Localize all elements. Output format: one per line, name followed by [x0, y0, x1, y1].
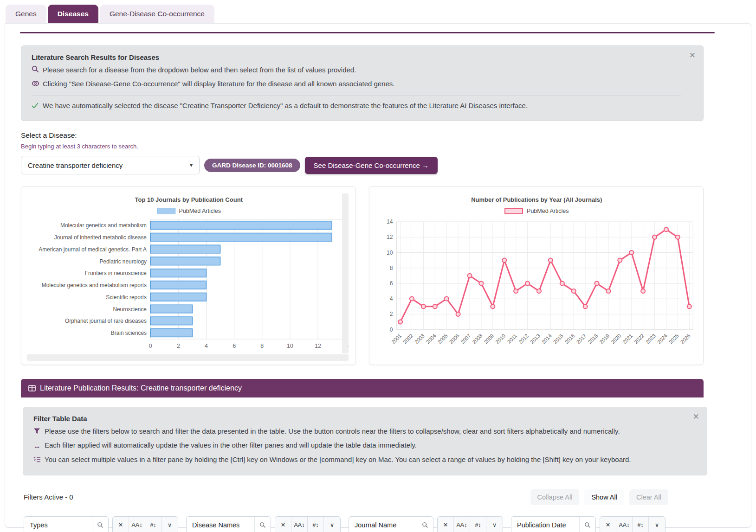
gard-disease-id-badge: GARD Disease ID: 0001608 [204, 159, 300, 172]
see-disease-gene-cooccurrence-button[interactable]: See Disease-Gene Co-occurrence → [305, 157, 438, 174]
svg-text:2003: 2003 [413, 333, 425, 345]
types-filter-input-wrap [24, 516, 109, 532]
publication-date-filter-buttons: ✕AA↕#↕∨ [600, 516, 666, 532]
collapse-filter-button[interactable]: ∨ [649, 517, 665, 532]
collapse-all-button[interactable]: Collapse All [530, 489, 580, 505]
disease-select-value: Creatine transporter deficiency [28, 161, 123, 169]
sort-numeric-button[interactable]: #↕ [633, 517, 649, 532]
search-icon[interactable] [254, 517, 271, 532]
vertical-scrollbar[interactable] [342, 193, 349, 353]
disease-names-filter-group: ✕AA↕#↕∨ [186, 516, 341, 532]
search-icon[interactable] [417, 517, 433, 532]
sort-alpha-button[interactable]: AA↕ [291, 517, 308, 532]
close-icon[interactable]: ✕ [693, 413, 699, 421]
year-line-chart-plot: 2001200220032004200520062007200820092010… [375, 218, 699, 360]
search-icon[interactable] [92, 517, 108, 532]
svg-text:2018: 2018 [587, 333, 599, 345]
svg-text:American journal of medical ge: American journal of medical genetics. Pa… [39, 246, 147, 253]
svg-text:2012: 2012 [517, 333, 530, 345]
svg-text:Pediatric neurology: Pediatric neurology [99, 258, 147, 265]
journal-name-filter-group: ✕AA↕#↕∨ [349, 516, 503, 532]
tab-diseases[interactable]: Diseases [48, 5, 98, 23]
collapse-filter-button[interactable]: ∨ [486, 517, 503, 532]
svg-text:2025: 2025 [667, 333, 679, 345]
tab-bar: Genes Diseases Gene-Disease Co-occurrenc… [0, 0, 756, 23]
journal-name-filter-input[interactable] [349, 521, 417, 529]
svg-text:2013: 2013 [529, 333, 541, 345]
line-chart-title: Number of Publications by Year (All Jour… [375, 196, 699, 203]
svg-text:2020: 2020 [610, 333, 622, 345]
svg-text:2024: 2024 [656, 333, 668, 345]
horizontal-scrollbar[interactable] [27, 354, 349, 361]
svg-text:12: 12 [386, 234, 393, 241]
publication-date-filter-group: ✕AA↕#↕∨ [511, 516, 666, 532]
sort-numeric-button[interactable]: #↕ [470, 517, 486, 532]
show-all-button[interactable]: Show All [584, 489, 624, 505]
collapse-filter-button[interactable]: ∨ [324, 517, 340, 532]
disease-names-filter-input[interactable] [187, 521, 254, 529]
svg-text:Molecular genetics and metabol: Molecular genetics and metabolism [60, 222, 147, 229]
clear-all-button[interactable]: Clear All [629, 489, 668, 505]
disease-select-block: Select a Disease: Begin typing at least … [21, 131, 704, 174]
alert-line-link: Clicking "See Disease-Gene Co-occurrence… [43, 79, 395, 89]
filter-table-alert: ✕ Filter Table Data Please use the filte… [23, 407, 707, 475]
svg-text:Journal of inherited metabolic: Journal of inherited metabolic disease [54, 234, 147, 241]
select-disease-label: Select a Disease: [21, 131, 704, 140]
cooccurrence-button-label: See Disease-Gene Co-occurrence [314, 161, 420, 169]
svg-text:0: 0 [149, 343, 152, 349]
svg-text:2005: 2005 [436, 333, 448, 345]
journal-name-filter-input-wrap [349, 516, 433, 532]
search-icon[interactable] [579, 517, 595, 532]
svg-text:2021: 2021 [621, 333, 633, 345]
sort-alpha-button[interactable]: AA↕ [129, 517, 145, 532]
diseases-panel: ✕ Literature Search Results for Diseases… [5, 23, 751, 528]
results-section-title: Literature Publication Results: Creatine… [40, 384, 242, 392]
svg-text:2010: 2010 [494, 333, 506, 345]
sort-numeric-button[interactable]: #↕ [308, 517, 324, 532]
check-icon [32, 101, 43, 111]
svg-text:2001: 2001 [390, 333, 402, 345]
svg-text:2008: 2008 [471, 333, 483, 345]
filter-controls-row: ✕AA↕#↕∨✕AA↕#↕∨✕AA↕#↕∨✕AA↕#↕∨ [24, 516, 715, 532]
collapse-filter-button[interactable]: ∨ [162, 517, 178, 532]
alert-title: Literature Search Results for Diseases [32, 53, 681, 61]
line-legend-label: PubMed Articles [527, 208, 569, 214]
filters-active-label: Filters Active - 0 [24, 493, 73, 501]
disease-select-dropdown[interactable]: Creatine transporter deficiency ▾ [21, 156, 200, 174]
types-filter-group: ✕AA↕#↕∨ [24, 516, 178, 532]
svg-text:2022: 2022 [633, 333, 645, 345]
filter-line-filter: Please use the filters below to search a… [45, 426, 620, 436]
svg-text:2019: 2019 [598, 333, 610, 345]
svg-text:12: 12 [315, 343, 321, 349]
svg-text:2004: 2004 [425, 333, 437, 345]
filter-line-multi: You can select multiple values in a filt… [45, 455, 631, 465]
clear-filter-button[interactable]: ✕ [275, 517, 291, 532]
journal-bar-chart-card: Top 10 Journals by Publication Count Pub… [21, 186, 356, 365]
svg-text:Frontiers in neuroscience: Frontiers in neuroscience [85, 270, 147, 277]
bar-chart-title: Top 10 Journals by Publication Count [27, 196, 351, 203]
svg-text:Molecular genetics and metabol: Molecular genetics and metabolism report… [42, 282, 147, 288]
sort-alpha-button[interactable]: AA↕ [616, 517, 633, 532]
svg-text:2023: 2023 [645, 333, 657, 345]
svg-text:4: 4 [389, 295, 393, 302]
types-filter-input[interactable] [24, 521, 92, 529]
alert-divider [32, 96, 681, 96]
alert-line-search: Please search for a disease from the dro… [43, 65, 356, 75]
close-icon[interactable]: ✕ [689, 51, 696, 59]
clear-filter-button[interactable]: ✕ [113, 517, 129, 532]
clear-filter-button[interactable]: ✕ [600, 517, 616, 532]
svg-text:10: 10 [287, 343, 293, 349]
svg-text:2009: 2009 [483, 333, 495, 345]
chevron-down-icon: ▾ [190, 162, 193, 168]
sort-numeric-button[interactable]: #↕ [145, 517, 162, 532]
sort-alpha-button[interactable]: AA↕ [454, 517, 470, 532]
funnel-icon [33, 427, 45, 437]
svg-text:10: 10 [386, 250, 393, 256]
results-section-header: Literature Publication Results: Creatine… [21, 379, 704, 397]
panel-top-rule [20, 32, 715, 33]
publication-date-filter-input[interactable] [511, 521, 579, 529]
clear-filter-button[interactable]: ✕ [438, 517, 454, 532]
tab-genes[interactable]: Genes [6, 5, 46, 23]
svg-text:2015: 2015 [552, 333, 564, 345]
tab-gene-disease-cooccurrence[interactable]: Gene-Disease Co-occurrence [100, 5, 214, 23]
